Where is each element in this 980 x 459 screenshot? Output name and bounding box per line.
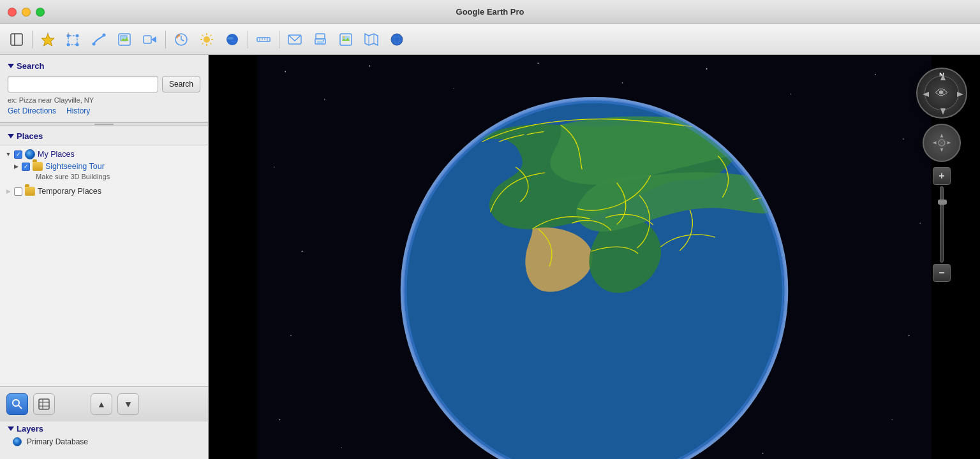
search-hint: ex: Pizza near Clayville, NY [8,96,200,104]
places-title: Places [17,131,43,141]
svg-marker-88 [923,92,929,97]
history-link[interactable]: History [66,106,90,115]
move-down-button[interactable]: ▼ [117,393,139,415]
svg-point-76 [341,448,342,448]
svg-point-11 [103,33,106,36]
my-places-globe-icon [25,149,35,159]
places-collapse-icon[interactable] [8,134,14,138]
get-directions-link[interactable]: Get Directions [8,106,56,115]
add-placemark-button[interactable] [36,28,59,51]
svg-point-72 [909,335,910,336]
sidebar-bottom-toolbar: ▲ ▼ [0,386,208,421]
search-section: Search Search ex: Pizza near Clayville, … [0,55,208,122]
compass-arrows-svg [917,69,969,120]
svg-line-26 [210,34,211,36]
search-button[interactable]: Search [162,76,200,92]
search-bottom-button[interactable] [6,393,28,415]
search-row: Search [8,76,200,92]
pan-control[interactable] [923,124,961,162]
add-overlay-button[interactable] [113,28,136,51]
search-header: Search [8,61,200,71]
svg-point-19 [204,36,210,43]
toolbar-separator-4 [279,31,279,48]
sunlight-button[interactable] [195,28,218,51]
svg-point-7 [76,43,79,46]
maps-button[interactable] [360,28,383,51]
sidebar-toggle-button[interactable] [5,28,28,51]
svg-marker-2 [41,34,54,46]
search-links: Get Directions History [8,106,200,115]
svg-rect-39 [317,41,323,43]
sightseeing-checkbox[interactable]: ✓ [22,163,30,171]
places-section: Places ▼ ✓ My Places ▶ ✓ Sightseeing Tou… [0,126,208,386]
sightseeing-label[interactable]: Sightseeing Tour [45,162,105,171]
sightseeing-tour-item[interactable]: ▶ ✓ Sightseeing Tour [0,161,208,172]
zoom-control: + − [933,167,951,282]
my-places-item[interactable]: ▼ ✓ My Places [0,148,208,161]
print-button[interactable] [309,28,332,51]
temporary-places-label: Temporary Places [38,187,101,196]
titlebar: Google Earth Pro [0,0,980,24]
my-places-checkbox[interactable]: ✓ [14,150,22,159]
svg-point-44 [343,36,345,38]
toolbar-separator-2 [165,31,166,48]
main-toolbar [0,24,980,55]
svg-rect-0 [11,34,22,45]
add-path-button[interactable] [87,28,110,51]
svg-marker-86 [940,74,946,80]
my-places-expand-arrow[interactable]: ▼ [5,151,11,157]
zoom-thumb[interactable] [938,200,947,205]
svg-point-73 [892,419,893,420]
temp-expand-arrow[interactable]: ▶ [5,188,11,194]
svg-point-8 [67,43,70,46]
svg-point-6 [76,34,79,37]
sightseeing-expand-arrow[interactable]: ▶ [13,163,19,170]
toolbar-separator-3 [248,31,248,48]
svg-point-30 [231,40,236,42]
sightseeing-subtext: Make sure 3D Buildings [0,172,208,182]
svg-point-40 [323,40,324,41]
svg-point-62 [454,88,454,89]
svg-line-24 [202,34,204,36]
search-collapse-icon[interactable] [8,64,14,68]
zoom-in-button[interactable]: + [933,167,951,185]
svg-point-64 [622,82,623,83]
svg-point-52 [13,400,19,406]
search-input[interactable] [8,76,158,92]
navigation-controls: N 👁 [916,68,967,282]
earth-view-button[interactable] [385,28,408,51]
zoom-out-button[interactable]: − [933,264,951,282]
sightseeing-folder-icon [33,162,43,171]
svg-rect-15 [144,36,151,43]
map-area[interactable]: N 👁 [209,55,980,459]
atmosphere-button[interactable] [221,28,244,51]
temporary-places-checkbox[interactable] [14,187,22,196]
historical-imagery-button[interactable] [170,28,193,51]
add-polygon-button[interactable] [62,28,85,51]
layers-bottom-button[interactable] [33,393,55,415]
svg-point-61 [369,66,370,67]
svg-rect-4 [68,36,77,45]
temporary-folder-icon [25,187,35,196]
compass[interactable]: N 👁 [916,68,967,119]
layers-title: Layers [17,424,43,433]
move-up-button[interactable]: ▲ [91,393,112,415]
toolbar-separator [32,31,33,48]
record-tour-button[interactable] [138,28,161,51]
layers-collapse-icon[interactable] [8,426,14,431]
minimize-button[interactable] [22,8,31,17]
email-button[interactable] [283,28,306,51]
earth-view [209,55,980,459]
primary-database-item[interactable]: Primary Database [8,436,200,448]
temporary-places-item[interactable]: ▶ Temporary Places [0,186,208,197]
places-header: Places [0,126,208,145]
svg-point-65 [706,68,708,69]
spacer-btn [60,393,85,415]
save-image-button[interactable] [334,28,357,51]
close-button[interactable] [8,8,17,17]
primary-db-globe-icon [13,437,22,446]
ruler-button[interactable] [252,28,275,51]
zoom-track[interactable] [940,186,944,263]
maximize-button[interactable] [36,8,45,17]
svg-rect-54 [39,399,49,409]
